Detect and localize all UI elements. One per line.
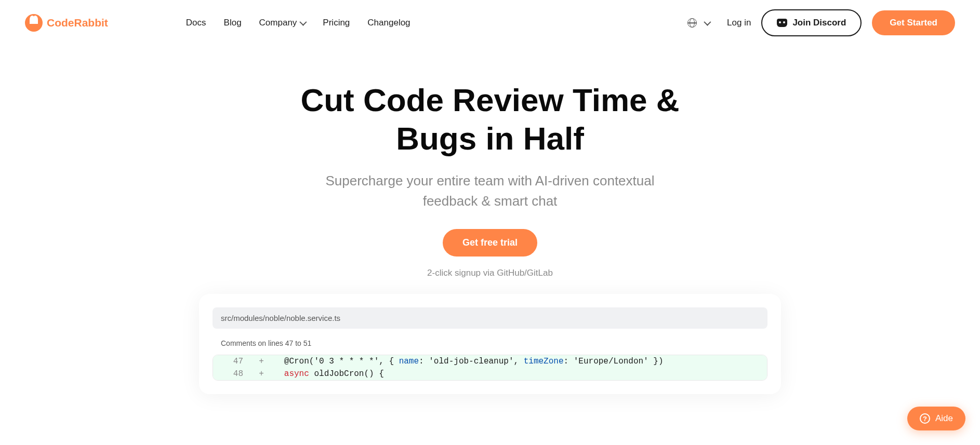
hero-section: Cut Code Review Time & Bugs in Half Supe… bbox=[0, 81, 980, 278]
code-line: 47 + @Cron('0 3 * * * *', { name: 'old-j… bbox=[213, 355, 767, 368]
nav-blog[interactable]: Blog bbox=[224, 18, 242, 28]
hero-title: Cut Code Review Time & Bugs in Half bbox=[256, 81, 724, 158]
language-switcher[interactable] bbox=[687, 18, 709, 28]
brand-name: CodeRabbit bbox=[47, 17, 108, 29]
chevron-down-icon bbox=[704, 19, 711, 26]
nav-docs[interactable]: Docs bbox=[186, 18, 206, 28]
help-icon: ? bbox=[920, 413, 930, 424]
header-right: Log in Join Discord Get Started bbox=[687, 9, 955, 36]
login-link[interactable]: Log in bbox=[727, 18, 751, 28]
help-widget[interactable]: ? Aide bbox=[907, 407, 965, 430]
code-content: async oldJobCron() { bbox=[269, 369, 767, 379]
nav-company[interactable]: Company bbox=[259, 18, 306, 28]
code-content: @Cron('0 3 * * * *', { name: 'old-job-cl… bbox=[269, 357, 767, 366]
globe-icon bbox=[687, 18, 697, 28]
rabbit-icon bbox=[25, 14, 43, 32]
get-free-trial-button[interactable]: Get free trial bbox=[443, 229, 537, 257]
line-number: 47 bbox=[213, 357, 254, 366]
diff-plus: + bbox=[254, 357, 269, 366]
nav-changelog[interactable]: Changelog bbox=[367, 18, 410, 28]
code-preview-card: src/modules/noble/noble.service.ts Comme… bbox=[199, 294, 781, 394]
code-block: 47 + @Cron('0 3 * * * *', { name: 'old-j… bbox=[213, 355, 767, 381]
line-number: 48 bbox=[213, 369, 254, 379]
main-nav: Docs Blog Company Pricing Changelog bbox=[186, 18, 410, 28]
nav-company-label: Company bbox=[259, 18, 297, 28]
chevron-down-icon bbox=[300, 19, 307, 26]
signup-note: 2-click signup via GitHub/GitLab bbox=[0, 268, 980, 278]
discord-icon bbox=[777, 19, 787, 27]
code-line: 48 + async oldJobCron() { bbox=[213, 368, 767, 380]
get-started-button[interactable]: Get Started bbox=[872, 10, 955, 35]
join-discord-button[interactable]: Join Discord bbox=[761, 9, 862, 36]
comments-range-label: Comments on lines 47 to 51 bbox=[213, 339, 767, 347]
brand-logo[interactable]: CodeRabbit bbox=[25, 14, 108, 32]
diff-plus: + bbox=[254, 369, 269, 379]
site-header: CodeRabbit Docs Blog Company Pricing Cha… bbox=[0, 0, 980, 46]
file-path: src/modules/noble/noble.service.ts bbox=[213, 307, 767, 329]
join-discord-label: Join Discord bbox=[792, 18, 846, 28]
help-label: Aide bbox=[935, 413, 953, 424]
nav-pricing[interactable]: Pricing bbox=[323, 18, 350, 28]
hero-subtitle: Supercharge your entire team with AI-dri… bbox=[308, 171, 672, 211]
